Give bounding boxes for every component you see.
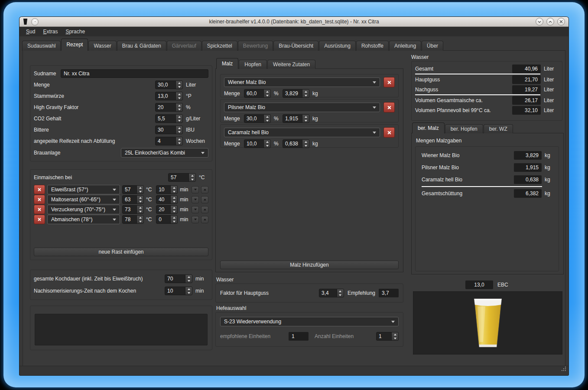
- malt-kg-spinbox[interactable]: 0,638: [283, 139, 309, 148]
- tab-weitere-zutaten[interactable]: Weitere Zutaten: [267, 60, 315, 69]
- minimize-button[interactable]: [536, 18, 543, 26]
- rest-combobox[interactable]: Maltoserast (60°-65°): [47, 195, 120, 204]
- spin-arrows-icon[interactable]: [185, 275, 192, 283]
- tab-malz[interactable]: Malz: [216, 58, 238, 69]
- malt-percent-spinbox[interactable]: 30,0: [244, 114, 271, 123]
- delete-malt-button[interactable]: [383, 127, 395, 138]
- malt-combobox[interactable]: Pilsner Malz Bio: [224, 103, 380, 112]
- add-rest-button[interactable]: neue Rast einfügen: [34, 248, 208, 256]
- spin-arrows-icon[interactable]: [175, 115, 182, 122]
- spin-arrows-icon[interactable]: [136, 186, 143, 193]
- delete-rest-button[interactable]: [34, 195, 45, 204]
- spin-arrows-icon[interactable]: [136, 216, 143, 223]
- spin-arrows-icon[interactable]: [263, 140, 270, 148]
- spin-arrows-icon[interactable]: [391, 332, 398, 340]
- delete-rest-button[interactable]: [34, 205, 45, 214]
- add-malt-button[interactable]: Malz Hinzufügen: [220, 261, 399, 269]
- rest-temp-spinbox[interactable]: 57: [122, 185, 144, 194]
- resize-grip[interactable]: [561, 366, 566, 374]
- spin-arrows-icon[interactable]: [175, 126, 182, 134]
- tab-ber-malz[interactable]: ber. Malz: [412, 122, 445, 133]
- move-rest-up-button[interactable]: [201, 216, 208, 223]
- stammwuerze-spinbox[interactable]: 13,0: [155, 92, 183, 100]
- malt-combobox[interactable]: Caramalz hell Bio: [224, 128, 380, 137]
- spin-arrows-icon[interactable]: [170, 216, 177, 223]
- menu-extras[interactable]: Extras: [39, 27, 62, 36]
- tab-ber-hopfen[interactable]: ber. Hopfen: [445, 124, 483, 133]
- menu-sprache[interactable]: Sprache: [62, 27, 89, 36]
- spin-arrows-icon[interactable]: [263, 90, 270, 97]
- tab-brau-uebersicht[interactable]: Brau-Übersicht: [273, 41, 318, 51]
- rest-time-spinbox[interactable]: 20: [156, 205, 178, 214]
- rest-time-spinbox[interactable]: 40: [156, 195, 178, 204]
- tab-ausruestung[interactable]: Ausrüstung: [319, 41, 356, 51]
- spin-arrows-icon[interactable]: [175, 92, 182, 100]
- spin-arrows-icon[interactable]: [136, 206, 143, 213]
- spin-arrows-icon[interactable]: [302, 90, 309, 97]
- maximize-button[interactable]: [546, 18, 554, 26]
- move-rest-down-button[interactable]: [192, 206, 199, 213]
- malt-kg-spinbox[interactable]: 3,829: [283, 89, 309, 98]
- menge-spinbox[interactable]: 30,0: [155, 81, 183, 89]
- spin-arrows-icon[interactable]: [302, 115, 309, 122]
- notes-textarea[interactable]: [35, 314, 208, 345]
- close-button[interactable]: [557, 18, 565, 26]
- rest-combobox[interactable]: Verzuckerung (70°-75°): [47, 205, 120, 214]
- tab-anleitung[interactable]: Anleitung: [389, 41, 421, 51]
- kochdauer-spinbox[interactable]: 70: [165, 274, 192, 283]
- nachiso-spinbox[interactable]: 10: [165, 287, 192, 295]
- tab-brau-gaerdaten[interactable]: Brau & Gärdaten: [117, 41, 166, 51]
- spin-arrows-icon[interactable]: [170, 196, 177, 203]
- malt-kg-spinbox[interactable]: 1,915: [283, 114, 309, 123]
- spin-arrows-icon[interactable]: [136, 196, 143, 203]
- spin-arrows-icon[interactable]: [337, 289, 344, 297]
- faktor-hauptguss-spinbox[interactable]: 3,4: [319, 289, 344, 297]
- spin-arrows-icon[interactable]: [175, 81, 182, 89]
- tab-sudauswahl[interactable]: Sudauswahl: [22, 41, 61, 51]
- rest-time-spinbox[interactable]: 0: [156, 215, 178, 224]
- malt-percent-spinbox[interactable]: 60,0: [244, 89, 271, 98]
- move-rest-up-button[interactable]: [201, 186, 208, 193]
- reifezeit-spinbox[interactable]: 4: [155, 137, 183, 145]
- yeast-combobox[interactable]: S-23 Wiederverwendung: [220, 317, 399, 326]
- delete-malt-button[interactable]: [383, 77, 395, 87]
- delete-malt-button[interactable]: [383, 102, 395, 113]
- malt-combobox[interactable]: Wiener Malz Bio: [224, 77, 380, 87]
- tab-spickzettel[interactable]: Spickzettel: [202, 41, 237, 51]
- brauanlage-combobox[interactable]: 25L Einkocher/Gas Kombi: [121, 148, 208, 158]
- delete-rest-button[interactable]: [34, 215, 45, 224]
- window-menu-button[interactable]: [31, 18, 39, 26]
- spin-arrows-icon[interactable]: [170, 206, 177, 213]
- unit-count-spinbox[interactable]: 1: [376, 332, 399, 341]
- spin-arrows-icon[interactable]: [188, 174, 195, 181]
- co2-spinbox[interactable]: 5,5: [155, 114, 183, 123]
- malt-percent-spinbox[interactable]: 10,0: [244, 139, 271, 148]
- tab-ueber[interactable]: Über: [422, 41, 443, 51]
- rest-temp-spinbox[interactable]: 73: [122, 205, 144, 214]
- move-rest-up-button[interactable]: [201, 206, 208, 213]
- einmaischen-spinbox[interactable]: 57: [168, 173, 196, 182]
- tab-rezept[interactable]: Rezept: [61, 39, 88, 51]
- rest-combobox[interactable]: Eiweißrast (57°): [47, 185, 120, 194]
- spin-arrows-icon[interactable]: [185, 287, 192, 295]
- move-rest-up-button[interactable]: [201, 196, 208, 203]
- move-rest-down-button[interactable]: [192, 216, 199, 223]
- rest-temp-spinbox[interactable]: 78: [122, 215, 144, 224]
- spin-arrows-icon[interactable]: [263, 115, 270, 122]
- tab-wasser[interactable]: Wasser: [88, 41, 116, 51]
- spin-arrows-icon[interactable]: [302, 140, 309, 148]
- rest-time-spinbox[interactable]: 10: [156, 185, 178, 194]
- spin-arrows-icon[interactable]: [175, 137, 182, 145]
- move-rest-down-button[interactable]: [192, 196, 199, 203]
- move-rest-down-button[interactable]: [192, 186, 199, 193]
- bittere-spinbox[interactable]: 30: [155, 126, 183, 134]
- tab-hopfen[interactable]: Hopfen: [239, 60, 267, 69]
- sudname-input[interactable]: [61, 69, 208, 78]
- tab-ber-wz[interactable]: ber. WZ: [484, 124, 513, 133]
- spin-arrows-icon[interactable]: [170, 186, 177, 193]
- rest-combobox[interactable]: Abmaischen (78°): [47, 215, 120, 224]
- delete-rest-button[interactable]: [34, 185, 45, 194]
- highgravity-spinbox[interactable]: 20: [155, 103, 183, 112]
- spin-arrows-icon[interactable]: [175, 103, 182, 111]
- menu-sud[interactable]: Sud: [22, 27, 39, 36]
